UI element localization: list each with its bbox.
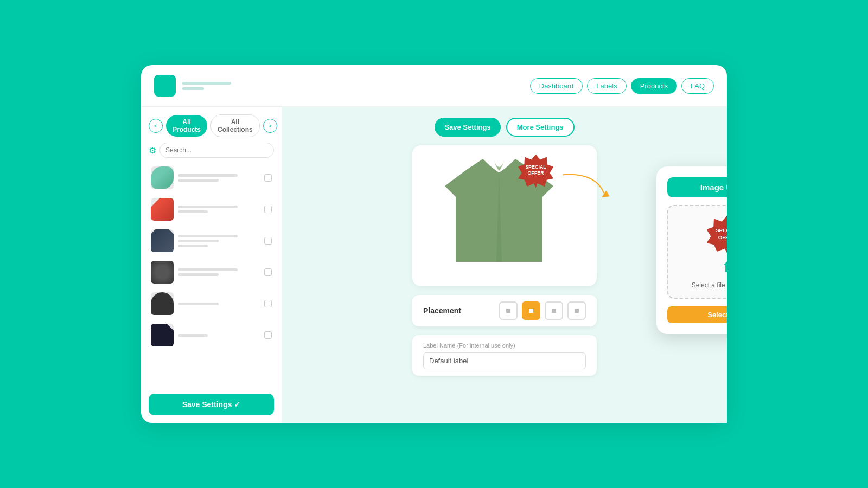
placement-bottom-right[interactable] — [567, 301, 586, 320]
placement-row: Placement — [412, 295, 597, 326]
label-name-row: Label Name (For internal use only) — [412, 335, 597, 376]
placement-bottom-left[interactable] — [545, 301, 563, 320]
tab-prev-arrow[interactable]: < — [149, 119, 163, 133]
product-thumb-4 — [151, 261, 174, 284]
upload-badge-svg: SPECIAL OFFER — [707, 215, 727, 254]
product-thumb-3 — [151, 229, 174, 252]
upload-cloud-icon: ⬆ — [721, 259, 727, 276]
select-file-button[interactable]: Select a file — [667, 306, 727, 323]
product-checkbox-2[interactable] — [264, 206, 272, 213]
product-list — [149, 163, 274, 388]
product-thumb-5 — [151, 292, 174, 315]
product-info-5 — [178, 303, 260, 305]
search-row: ⚙ — [149, 143, 274, 158]
svg-text:SPECIAL: SPECIAL — [525, 164, 546, 170]
nav-faq[interactable]: FAQ — [681, 78, 714, 94]
filter-icon[interactable]: ⚙ — [149, 145, 156, 156]
tab-all-products[interactable]: All Products — [166, 115, 207, 137]
tab-all-collections[interactable]: All Collections — [210, 114, 260, 137]
sidebar: < All Products All Collections > ⚙ — [141, 107, 282, 423]
product-checkbox-3[interactable] — [264, 237, 272, 245]
image-upload-card: Image Upload SPECIAL OFFER ⬆ Select a fi… — [656, 166, 727, 334]
main-content: Save Settings More Settings — [282, 107, 727, 423]
sidebar-tabs: < All Products All Collections > — [149, 114, 274, 137]
tab-next-arrow[interactable]: > — [263, 119, 277, 133]
list-item[interactable] — [149, 163, 274, 192]
arrow-svg — [559, 170, 613, 202]
placement-top-right[interactable] — [522, 301, 540, 320]
logo-icon — [154, 75, 176, 97]
list-item[interactable] — [149, 195, 274, 224]
nav-dashboard[interactable]: Dashboard — [530, 78, 583, 94]
save-settings-button[interactable]: Save Settings — [435, 118, 500, 137]
product-thumb-2 — [151, 198, 174, 221]
product-info-3 — [178, 235, 260, 247]
sidebar-save-button[interactable]: Save Settings ✓ — [149, 394, 274, 415]
label-name-title: Label Name (For internal use only) — [423, 342, 586, 349]
product-info-1 — [178, 174, 260, 182]
product-preview: SPECIAL OFFER — [412, 145, 597, 286]
content-actions: Save Settings More Settings — [435, 118, 574, 137]
nav-products[interactable]: Products — [631, 78, 677, 94]
more-settings-button[interactable]: More Settings — [506, 118, 575, 137]
special-offer-badge-preview: SPECIAL OFFER — [518, 153, 553, 189]
list-item[interactable] — [149, 258, 274, 287]
nav-labels[interactable]: Labels — [587, 78, 626, 94]
placement-label: Placement — [423, 306, 461, 315]
upload-instruction-text: Select a file or drag here — [692, 281, 727, 289]
product-checkbox-5[interactable] — [264, 300, 272, 307]
list-item[interactable] — [149, 320, 274, 350]
product-info-4 — [178, 268, 260, 276]
label-name-input[interactable] — [423, 352, 586, 369]
header: Dashboard Labels Products FAQ — [141, 65, 727, 107]
product-thumb-1 — [151, 166, 174, 189]
main-card: Dashboard Labels Products FAQ < All Prod… — [141, 65, 727, 423]
image-upload-title-button[interactable]: Image Upload — [667, 177, 727, 197]
svg-text:OFFER: OFFER — [527, 170, 544, 176]
product-thumb-6 — [151, 324, 174, 346]
upload-drop-area[interactable]: SPECIAL OFFER ⬆ Select a file or drag he… — [667, 205, 727, 299]
placement-top-left[interactable] — [499, 301, 518, 320]
product-checkbox-4[interactable] — [264, 268, 272, 276]
product-checkbox-1[interactable] — [264, 174, 272, 182]
placement-options — [499, 301, 586, 320]
product-info-2 — [178, 206, 260, 213]
search-input[interactable] — [159, 143, 274, 158]
list-item[interactable] — [149, 226, 274, 255]
svg-text:SPECIAL: SPECIAL — [716, 227, 727, 233]
shirt-area: SPECIAL OFFER — [445, 153, 564, 278]
svg-text:OFFER: OFFER — [718, 234, 727, 240]
product-info-6 — [178, 334, 260, 337]
logo-line-1 — [182, 82, 231, 85]
body: < All Products All Collections > ⚙ — [141, 107, 727, 423]
product-checkbox-6[interactable] — [264, 331, 272, 339]
header-nav: Dashboard Labels Products FAQ — [530, 78, 714, 94]
logo-text — [182, 82, 231, 90]
list-item[interactable] — [149, 289, 274, 318]
logo-line-2 — [182, 87, 204, 90]
